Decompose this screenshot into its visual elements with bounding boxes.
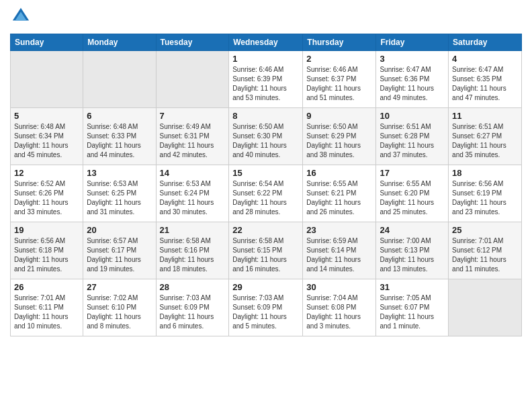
calendar-cell: 9Sunrise: 6:50 AM Sunset: 6:29 PM Daylig… [303,108,376,165]
day-info: Sunrise: 6:53 AM Sunset: 6:25 PM Dayligh… [87,179,152,217]
day-number: 2 [306,54,372,64]
day-info: Sunrise: 6:48 AM Sunset: 6:33 PM Dayligh… [87,122,152,160]
day-number: 31 [380,282,445,292]
day-info: Sunrise: 6:48 AM Sunset: 6:34 PM Dayligh… [14,122,79,160]
day-number: 13 [87,168,152,178]
day-info: Sunrise: 6:47 AM Sunset: 6:36 PM Dayligh… [380,65,445,103]
day-info: Sunrise: 6:52 AM Sunset: 6:26 PM Dayligh… [14,179,79,217]
day-info: Sunrise: 6:51 AM Sunset: 6:28 PM Dayligh… [380,122,445,160]
day-info: Sunrise: 6:56 AM Sunset: 6:19 PM Dayligh… [452,179,518,217]
day-number: 18 [452,168,518,178]
calendar-cell: 25Sunrise: 7:01 AM Sunset: 6:12 PM Dayli… [449,222,522,279]
day-info: Sunrise: 6:50 AM Sunset: 6:29 PM Dayligh… [306,122,372,160]
calendar-cell: 31Sunrise: 7:05 AM Sunset: 6:07 PM Dayli… [376,279,449,336]
calendar-cell: 1Sunrise: 6:46 AM Sunset: 6:39 PM Daylig… [229,51,303,108]
calendar-cell: 29Sunrise: 7:03 AM Sunset: 6:09 PM Dayli… [229,279,303,336]
calendar-cell: 24Sunrise: 7:00 AM Sunset: 6:13 PM Dayli… [376,222,449,279]
day-info: Sunrise: 6:58 AM Sunset: 6:15 PM Dayligh… [232,236,299,274]
calendar-cell: 3Sunrise: 6:47 AM Sunset: 6:36 PM Daylig… [376,51,449,108]
calendar-cell: 2Sunrise: 6:46 AM Sunset: 6:37 PM Daylig… [303,51,376,108]
calendar-cell: 10Sunrise: 6:51 AM Sunset: 6:28 PM Dayli… [376,108,449,165]
day-number: 20 [87,225,152,235]
day-number: 8 [232,111,299,121]
day-number: 28 [160,282,226,292]
day-info: Sunrise: 7:05 AM Sunset: 6:07 PM Dayligh… [380,293,445,331]
calendar-body: 1Sunrise: 6:46 AM Sunset: 6:39 PM Daylig… [11,51,522,336]
day-header-friday: Friday [376,34,449,51]
day-number: 4 [452,54,518,64]
day-number: 22 [232,225,299,235]
calendar-cell: 8Sunrise: 6:50 AM Sunset: 6:30 PM Daylig… [229,108,303,165]
calendar-week-0: 1Sunrise: 6:46 AM Sunset: 6:39 PM Daylig… [11,51,522,108]
day-number: 6 [87,111,152,121]
calendar-cell: 18Sunrise: 6:56 AM Sunset: 6:19 PM Dayli… [449,165,522,222]
calendar-cell: 5Sunrise: 6:48 AM Sunset: 6:34 PM Daylig… [11,108,83,165]
day-number: 23 [306,225,372,235]
calendar-cell: 22Sunrise: 6:58 AM Sunset: 6:15 PM Dayli… [229,222,303,279]
day-info: Sunrise: 6:54 AM Sunset: 6:22 PM Dayligh… [232,179,299,217]
logo [10,7,30,28]
day-info: Sunrise: 7:02 AM Sunset: 6:10 PM Dayligh… [87,293,152,331]
calendar-cell: 21Sunrise: 6:58 AM Sunset: 6:16 PM Dayli… [156,222,229,279]
day-number: 26 [14,282,79,292]
calendar-week-2: 12Sunrise: 6:52 AM Sunset: 6:26 PM Dayli… [11,165,522,222]
calendar-cell: 7Sunrise: 6:49 AM Sunset: 6:31 PM Daylig… [156,108,229,165]
calendar-week-3: 19Sunrise: 6:56 AM Sunset: 6:18 PM Dayli… [11,222,522,279]
calendar: SundayMondayTuesdayWednesdayThursdayFrid… [10,34,522,336]
day-info: Sunrise: 6:58 AM Sunset: 6:16 PM Dayligh… [160,236,226,274]
day-number: 9 [306,111,372,121]
day-number: 17 [380,168,445,178]
calendar-cell: 16Sunrise: 6:55 AM Sunset: 6:21 PM Dayli… [303,165,376,222]
calendar-week-1: 5Sunrise: 6:48 AM Sunset: 6:34 PM Daylig… [11,108,522,165]
calendar-cell: 6Sunrise: 6:48 AM Sunset: 6:33 PM Daylig… [83,108,156,165]
day-number: 7 [160,111,226,121]
calendar-cell [83,51,156,108]
day-info: Sunrise: 7:01 AM Sunset: 6:11 PM Dayligh… [14,293,79,331]
day-number: 24 [380,225,445,235]
day-info: Sunrise: 7:04 AM Sunset: 6:08 PM Dayligh… [306,293,372,331]
calendar-cell: 12Sunrise: 6:52 AM Sunset: 6:26 PM Dayli… [11,165,83,222]
day-info: Sunrise: 6:56 AM Sunset: 6:18 PM Dayligh… [14,236,79,274]
day-info: Sunrise: 6:50 AM Sunset: 6:30 PM Dayligh… [232,122,299,160]
calendar-cell: 17Sunrise: 6:55 AM Sunset: 6:20 PM Dayli… [376,165,449,222]
calendar-week-4: 26Sunrise: 7:01 AM Sunset: 6:11 PM Dayli… [11,279,522,336]
day-header-sunday: Sunday [11,34,83,51]
day-number: 19 [14,225,79,235]
day-number: 27 [87,282,152,292]
calendar-cell [449,279,522,336]
day-info: Sunrise: 6:53 AM Sunset: 6:24 PM Dayligh… [160,179,226,217]
day-info: Sunrise: 6:51 AM Sunset: 6:27 PM Dayligh… [452,122,518,160]
day-number: 5 [14,111,79,121]
day-header-monday: Monday [83,34,156,51]
calendar-cell: 15Sunrise: 6:54 AM Sunset: 6:22 PM Dayli… [229,165,303,222]
calendar-cell: 13Sunrise: 6:53 AM Sunset: 6:25 PM Dayli… [83,165,156,222]
calendar-cell: 28Sunrise: 7:03 AM Sunset: 6:09 PM Dayli… [156,279,229,336]
logo-icon [11,7,30,26]
day-info: Sunrise: 6:59 AM Sunset: 6:14 PM Dayligh… [306,236,372,274]
day-info: Sunrise: 7:03 AM Sunset: 6:09 PM Dayligh… [160,293,226,331]
header [10,7,522,28]
calendar-cell: 27Sunrise: 7:02 AM Sunset: 6:10 PM Dayli… [83,279,156,336]
day-number: 12 [14,168,79,178]
day-info: Sunrise: 6:47 AM Sunset: 6:35 PM Dayligh… [452,65,518,103]
day-number: 25 [452,225,518,235]
day-number: 30 [306,282,372,292]
day-info: Sunrise: 6:55 AM Sunset: 6:21 PM Dayligh… [306,179,372,217]
day-info: Sunrise: 6:57 AM Sunset: 6:17 PM Dayligh… [87,236,152,274]
day-info: Sunrise: 6:46 AM Sunset: 6:39 PM Dayligh… [232,65,299,103]
day-number: 29 [232,282,299,292]
day-info: Sunrise: 7:03 AM Sunset: 6:09 PM Dayligh… [232,293,299,331]
calendar-cell: 14Sunrise: 6:53 AM Sunset: 6:24 PM Dayli… [156,165,229,222]
calendar-cell: 4Sunrise: 6:47 AM Sunset: 6:35 PM Daylig… [449,51,522,108]
calendar-cell: 20Sunrise: 6:57 AM Sunset: 6:17 PM Dayli… [83,222,156,279]
calendar-cell: 11Sunrise: 6:51 AM Sunset: 6:27 PM Dayli… [449,108,522,165]
day-number: 21 [160,225,226,235]
day-info: Sunrise: 6:49 AM Sunset: 6:31 PM Dayligh… [160,122,226,160]
day-header-wednesday: Wednesday [229,34,303,51]
calendar-cell: 19Sunrise: 6:56 AM Sunset: 6:18 PM Dayli… [11,222,83,279]
calendar-cell [11,51,83,108]
day-number: 1 [232,54,299,64]
day-info: Sunrise: 7:00 AM Sunset: 6:13 PM Dayligh… [380,236,445,274]
day-number: 11 [452,111,518,121]
calendar-cell [156,51,229,108]
